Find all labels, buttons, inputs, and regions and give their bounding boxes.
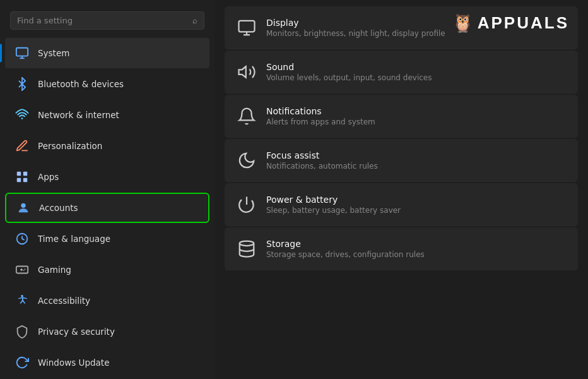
sidebar-item-bluetooth[interactable]: Bluetooth & devices — [5, 69, 209, 99]
settings-item-focus[interactable]: Focus assist Notifications, automatic ru… — [225, 139, 578, 182]
display-desc: Monitors, brightness, night light, displ… — [266, 29, 445, 38]
sound-desc: Volume levels, output, input, sound devi… — [266, 73, 432, 82]
sidebar-item-time-label: Time & language — [38, 234, 110, 244]
update-icon — [15, 356, 29, 370]
focus-icon — [237, 151, 256, 170]
nav-items: System Bluetooth & devices — [0, 37, 215, 379]
sidebar-item-time[interactable]: Time & language — [5, 224, 209, 254]
sidebar-item-apps[interactable]: Apps — [5, 162, 209, 192]
svg-marker-18 — [239, 66, 246, 78]
storage-desc: Storage space, drives, configuration rul… — [266, 250, 425, 259]
personalization-icon — [15, 139, 29, 153]
svg-rect-4 — [17, 172, 21, 176]
focus-text: Focus assist Notifications, automatic ru… — [266, 150, 378, 171]
svg-point-13 — [23, 270, 25, 271]
time-icon — [15, 232, 29, 246]
notifications-icon — [237, 107, 256, 126]
search-icon: ⌕ — [192, 16, 197, 25]
sidebar-item-gaming[interactable]: Gaming — [5, 255, 209, 285]
notifications-text: Notifications Alerts from apps and syste… — [266, 106, 375, 126]
storage-icon — [237, 239, 256, 258]
main-content: 🦉 APPUALS Display Monitors, brightness, … — [215, 0, 588, 379]
app-container: ⌕ System — [0, 0, 588, 379]
accounts-icon — [16, 201, 30, 215]
sidebar-item-personalization[interactable]: Personalization — [5, 131, 209, 161]
system-icon — [15, 46, 29, 60]
sidebar-item-personalization-label: Personalization — [38, 141, 102, 151]
bluetooth-icon — [15, 77, 29, 91]
accessibility-icon — [15, 294, 29, 308]
sidebar-item-network-label: Network & internet — [38, 110, 119, 120]
sound-icon — [237, 63, 256, 81]
focus-desc: Notifications, automatic rules — [266, 162, 378, 171]
settings-item-storage[interactable]: Storage Storage space, drives, configura… — [225, 227, 578, 270]
sidebar-item-accounts-label: Accounts — [39, 203, 78, 213]
svg-point-12 — [25, 268, 26, 270]
notifications-desc: Alerts from apps and system — [266, 117, 375, 126]
display-icon — [237, 18, 256, 37]
svg-point-20 — [240, 241, 254, 246]
svg-point-3 — [21, 117, 23, 119]
sidebar-item-privacy[interactable]: Privacy & security — [5, 316, 209, 347]
sound-text: Sound Volume levels, output, input, soun… — [266, 62, 432, 82]
apps-icon — [15, 170, 29, 184]
power-title: Power & battery — [266, 195, 401, 205]
network-icon — [15, 108, 29, 122]
sidebar-item-system-label: System — [38, 48, 69, 58]
settings-item-sound[interactable]: Sound Volume levels, output, input, soun… — [225, 51, 578, 93]
sidebar-item-bluetooth-label: Bluetooth & devices — [38, 79, 124, 89]
display-title: Display — [266, 18, 445, 28]
settings-item-notifications[interactable]: Notifications Alerts from apps and syste… — [225, 95, 578, 138]
sidebar-item-privacy-label: Privacy & security — [38, 327, 115, 337]
logo-text: APPUALS — [478, 13, 569, 33]
sidebar: ⌕ System — [0, 0, 215, 379]
privacy-icon — [15, 325, 29, 339]
search-container: ⌕ — [0, 6, 215, 37]
sidebar-item-system[interactable]: System — [5, 38, 209, 68]
sidebar-item-gaming-label: Gaming — [38, 265, 71, 275]
sidebar-item-network[interactable]: Network & internet — [5, 100, 209, 130]
svg-rect-5 — [23, 172, 27, 176]
svg-rect-0 — [16, 48, 28, 56]
svg-point-8 — [21, 203, 25, 208]
svg-rect-7 — [23, 178, 27, 182]
notifications-title: Notifications — [266, 106, 375, 116]
storage-title: Storage — [266, 239, 425, 249]
logo-owl-icon: 🦉 — [452, 13, 474, 33]
svg-rect-6 — [17, 178, 21, 182]
sound-title: Sound — [266, 62, 432, 72]
svg-point-14 — [21, 295, 23, 298]
settings-item-power[interactable]: Power & battery Sleep, battery usage, ba… — [225, 183, 578, 226]
search-input[interactable] — [17, 16, 187, 25]
search-box[interactable]: ⌕ — [10, 11, 204, 30]
power-text: Power & battery Sleep, battery usage, ba… — [266, 195, 401, 215]
sidebar-item-update-label: Windows Update — [38, 358, 109, 368]
sidebar-item-accessibility[interactable]: Accessibility — [5, 286, 209, 316]
gaming-icon — [15, 263, 29, 277]
logo-area: 🦉 APPUALS — [452, 13, 569, 33]
sidebar-item-update[interactable]: Windows Update — [5, 347, 209, 378]
sidebar-item-apps-label: Apps — [38, 172, 59, 182]
sidebar-item-accessibility-label: Accessibility — [38, 296, 90, 306]
power-icon — [237, 195, 256, 214]
display-text: Display Monitors, brightness, night ligh… — [266, 18, 445, 38]
storage-text: Storage Storage space, drives, configura… — [266, 239, 425, 259]
focus-title: Focus assist — [266, 150, 378, 160]
svg-rect-15 — [239, 20, 255, 32]
sidebar-item-accounts[interactable]: Accounts — [5, 193, 209, 223]
power-desc: Sleep, battery usage, battery saver — [266, 206, 401, 215]
